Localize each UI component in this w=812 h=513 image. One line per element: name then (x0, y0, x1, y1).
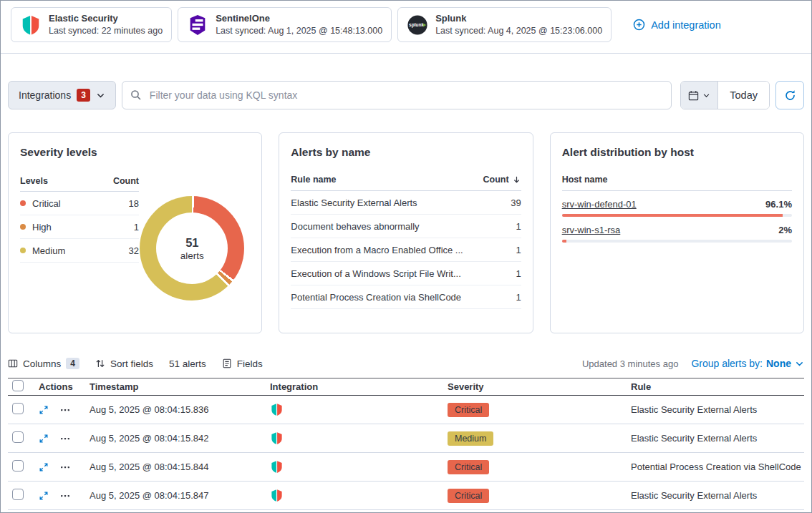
add-integration-button[interactable]: Add integration (633, 19, 721, 31)
severity-panel-body: Levels Count Critical 18 High 1 (20, 176, 250, 301)
integration-card-text: Elastic Security Last synced: 22 minutes… (49, 13, 163, 36)
integration-card-last-synced: Last synced: Aug 4, 2025 @ 15:23:06.000 (435, 25, 602, 36)
column-header-integration[interactable]: Integration (270, 381, 448, 392)
more-actions-button[interactable] (60, 462, 70, 472)
columns-button[interactable]: Columns 4 (8, 358, 79, 369)
summary-panels: Severity levels Levels Count Critical 18… (1, 132, 811, 333)
severity-count: 1 (134, 222, 139, 233)
alert-rule: Elastic Security External Alerts (631, 433, 804, 444)
more-actions-button[interactable] (60, 434, 70, 444)
sort-fields-icon (95, 358, 105, 368)
plus-circle-icon (633, 19, 645, 31)
more-actions-button[interactable] (60, 405, 70, 415)
ellipsis-icon (60, 405, 70, 415)
alert-row: Aug 5, 2025 @ 08:04:15.842 Medium Elasti… (8, 424, 804, 453)
severity-dot (20, 224, 26, 230)
row-checkbox[interactable] (12, 403, 24, 414)
sort-fields-button[interactable]: Sort fields (95, 358, 153, 369)
integrations-filter-button[interactable]: Integrations 3 (8, 81, 116, 109)
severity-badge: Medium (448, 431, 493, 446)
alert-rule: Elastic Security External Alerts (631, 490, 804, 501)
alerts-table-toolbar: Columns 4 Sort fields 51 alerts Fields U… (8, 355, 804, 372)
updated-timestamp-text: Updated 3 minutes ago (582, 358, 678, 369)
ellipsis-icon (60, 462, 70, 472)
date-quick-select-button[interactable] (681, 82, 718, 109)
integration-card-elastic-security[interactable]: Elastic Security Last synced: 22 minutes… (11, 7, 172, 42)
host-line: srv-win-defend-01 96.1% (562, 199, 792, 210)
severity-donut[interactable]: 51 alerts (140, 196, 244, 301)
host-name-link[interactable]: srv-win-s1-rsa (562, 225, 621, 235)
select-all-checkbox[interactable] (12, 380, 24, 391)
columns-label: Columns (23, 358, 61, 369)
integration-card-title: SentinelOne (216, 13, 382, 24)
severity-level-label: High (32, 222, 52, 233)
rule-row: Execution of a Windows Script File Writ.… (291, 262, 521, 285)
column-header-severity[interactable]: Severity (448, 381, 631, 392)
integrations-count-badge: 3 (77, 89, 90, 102)
host-name-link[interactable]: srv-win-defend-01 (562, 199, 637, 210)
severity-row-high: High 1 (20, 215, 139, 239)
add-integration-label: Add integration (651, 19, 721, 31)
sentinelone-logo-icon (187, 14, 208, 36)
alert-timestamp: Aug 5, 2025 @ 08:04:15.844 (90, 461, 270, 472)
donut-total-label: alerts (180, 250, 204, 261)
row-checkbox[interactable] (12, 489, 24, 500)
actions-cell (37, 462, 90, 472)
elastic-security-logo-icon (20, 14, 42, 36)
group-alerts-by-button[interactable]: Group alerts by: None (691, 358, 804, 369)
chevron-down-icon (96, 91, 105, 100)
integration-card-sentinelone[interactable]: SentinelOne Last synced: Aug 1, 2025 @ 1… (178, 7, 392, 42)
row-checkbox[interactable] (12, 460, 24, 472)
severity-level-label: Medium (32, 245, 65, 256)
alerts-dashboard: Elastic Security Last synced: 22 minutes… (0, 0, 812, 513)
fields-icon (222, 358, 232, 368)
count-sort-button[interactable]: Count (483, 175, 521, 185)
kql-search-input[interactable] (122, 81, 672, 109)
refresh-button[interactable] (775, 81, 804, 109)
column-header-rule[interactable]: Rule (631, 381, 804, 392)
expand-icon (39, 491, 49, 501)
severity-badge: Critical (448, 460, 489, 474)
severity-badge: Critical (448, 489, 489, 503)
expand-icon (39, 405, 49, 415)
fields-button[interactable]: Fields (222, 358, 263, 369)
search-icon (130, 89, 142, 101)
expand-alert-button[interactable] (39, 405, 49, 415)
alert-distribution-by-host-panel: Alert distribution by host Host name srv… (550, 132, 804, 333)
expand-alert-button[interactable] (39, 434, 49, 444)
severity-level-label: Critical (32, 198, 61, 209)
host-bar-fill (562, 214, 783, 217)
rule-row: Potential Process Creation via ShellCode… (291, 285, 521, 309)
date-range-today-button[interactable]: Today (718, 82, 769, 109)
group-by-label: Group alerts by: (691, 358, 763, 369)
count-column-header: Count (113, 176, 139, 186)
ellipsis-icon (60, 434, 70, 444)
row-checkbox[interactable] (12, 431, 24, 443)
integration-card-splunk[interactable]: Splunk Last synced: Aug 4, 2025 @ 15:23:… (397, 7, 612, 42)
rule-name: Potential Process Creation via ShellCode (291, 292, 461, 303)
chevron-down-icon (795, 359, 804, 368)
donut-center: 51 alerts (156, 212, 228, 284)
sort-descending-arrow-icon (512, 175, 521, 185)
rule-count: 1 (516, 221, 521, 232)
alerts-table-section: Columns 4 Sort fields 51 alerts Fields U… (1, 355, 811, 510)
rule-name-column-header: Rule name (291, 175, 336, 185)
severity-donut-wrap: 51 alerts (140, 196, 244, 301)
severity-count: 32 (129, 245, 139, 256)
expand-alert-button[interactable] (39, 462, 49, 472)
severity-levels-panel: Severity levels Levels Count Critical 18… (8, 132, 262, 333)
alerts-by-name-panel: Alerts by name Rule name Count Elastic S… (279, 132, 533, 333)
rule-name: Elastic Security External Alerts (291, 197, 417, 208)
levels-column-header: Levels (20, 176, 48, 186)
expand-alert-button[interactable] (39, 491, 49, 501)
alert-row: Aug 5, 2025 @ 08:04:15.847 Critical Elas… (8, 482, 804, 510)
column-header-actions[interactable]: Actions (37, 381, 90, 392)
actions-cell (37, 491, 90, 501)
actions-cell (37, 405, 90, 415)
alerts-table-header-row: Actions Timestamp Integration Severity R… (8, 378, 804, 396)
column-header-timestamp[interactable]: Timestamp (90, 381, 270, 392)
rule-name: Execution of a Windows Script File Writ.… (291, 268, 460, 279)
severity-row-critical: Critical 18 (20, 192, 139, 215)
splunk-logo-icon (407, 14, 428, 36)
more-actions-button[interactable] (60, 491, 70, 501)
